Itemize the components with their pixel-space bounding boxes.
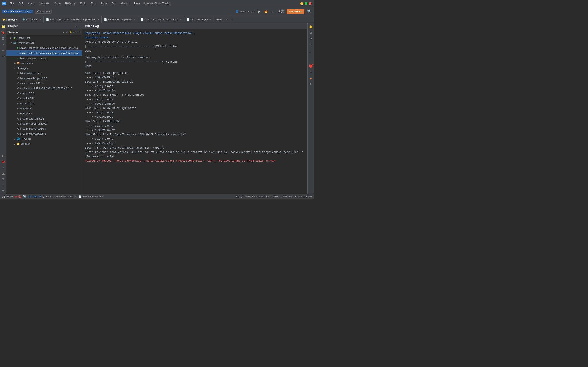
status-branch-icon[interactable]: ⎇ (2, 195, 5, 198)
nginx-conf-close[interactable]: ✕ (180, 18, 182, 21)
tree-item-mongo[interactable]: mongo:5.0.5 (6, 91, 82, 96)
tree-item-sha3[interactable]: sha256:be0c071dd7d6 (6, 126, 82, 131)
tree-item-nacos-selected[interactable]: nacos Dockerfile: ruoyi-visual/ruoyi-nac… (6, 50, 82, 56)
r-icon-layout[interactable]: ⊞ (308, 30, 313, 35)
tree-item-mysql[interactable]: mysql:8.0.29 (6, 96, 82, 101)
tree-item-images[interactable]: ▼ 🖼 Images (6, 66, 82, 71)
s-icon-add[interactable]: + (75, 31, 77, 34)
sidebar-icon-project[interactable]: 📁 (0, 24, 6, 29)
tab-project[interactable]: 📁 Project ▾ (0, 16, 20, 23)
menu-huawei[interactable]: Huawei Cloud Toolkit (143, 1, 172, 6)
r-icon-list[interactable]: ≡ (308, 81, 313, 87)
status-google-icon[interactable]: G (43, 195, 44, 198)
sidebar-icon-cloud[interactable]: ☁ (0, 171, 6, 176)
sidebar-icon-refactor[interactable]: ✏ (0, 48, 6, 53)
tree-item-zookeeper[interactable]: bitnami/zookeeper:3.8.0 (6, 76, 82, 81)
rem-close[interactable]: ✕ (225, 18, 227, 21)
r-icon-cloud-orange[interactable]: ☁ (308, 75, 313, 81)
tree-item-springboot[interactable]: ▶ 🍃 Spring Boot (6, 35, 82, 40)
start-exam-button[interactable]: Start Exam (287, 9, 304, 14)
tree-item-nacos-done[interactable]: nacos Dockerfile: ruoyi-visual/ruoyi-nac… (6, 45, 82, 50)
menu-edit[interactable]: Edit (17, 1, 25, 6)
sidebar-icon-bookmark[interactable]: 🔖 (0, 30, 6, 35)
tree-item-elasticsearch[interactable]: elasticsearch:7.17.2 (6, 81, 82, 86)
sidebar-icon-run[interactable]: ▶ (0, 153, 6, 158)
tab-dockerfile[interactable]: 🐳 Dockerfile ✕ (20, 16, 44, 23)
menu-help[interactable]: Help (132, 1, 142, 6)
close-button[interactable] (309, 2, 311, 5)
tree-item-nginx[interactable]: nginx:1.21.6 (6, 101, 82, 106)
tree-item-minio[interactable]: minio/minio:RELEASE.2022-05-26T05-48-41Z (6, 86, 82, 91)
status-no-wifi[interactable]: 📵 (18, 195, 22, 198)
menu-tools[interactable]: Tools (99, 1, 109, 6)
menu-refactor[interactable]: Refactor (63, 1, 78, 6)
ph-icon-collapse[interactable]: _ (78, 25, 80, 28)
maximize-button[interactable] (304, 2, 307, 5)
status-network[interactable]: 📡 (23, 195, 26, 198)
sidebar-icon-git[interactable]: ⑂ (0, 42, 6, 47)
tree-item-sha1[interactable]: sha256:1595df8aa2ff (6, 116, 82, 121)
status-schema[interactable]: No JSON schema (294, 195, 312, 198)
status-charset[interactable]: UTF-8 (274, 195, 281, 198)
tree-item-kafka[interactable]: bitnami/kafka:3.2.0 (6, 71, 82, 76)
user-selector[interactable]: 👤 ruoyi-nacos ▾ (235, 10, 255, 13)
menu-window[interactable]: Window (118, 1, 131, 6)
tree-item-sha2[interactable]: sha256:4081180929007 (6, 121, 82, 126)
datasource-close[interactable]: ✕ (210, 18, 212, 21)
menu-view[interactable]: View (26, 1, 36, 6)
status-indent[interactable]: 2 spaces (283, 195, 292, 198)
tab-app-properties[interactable]: 📄 application.properties ✕ (102, 16, 138, 23)
tree-item-docker-compose[interactable]: Docker-compose: docker (6, 56, 82, 60)
build-log-content[interactable]: Deploying 'nacos Dockerfile: ruoyi-visua… (82, 29, 307, 194)
s-icon-up[interactable]: ▲ (62, 31, 65, 34)
menu-build[interactable]: Build (78, 1, 88, 6)
branch-selector[interactable]: ⎇ master ▾ (35, 9, 52, 14)
s-icon-filter[interactable]: ⚡ (69, 31, 72, 34)
sidebar-icon-mail[interactable]: ✉ (0, 177, 6, 182)
s-icon-more[interactable]: ⋯ (78, 31, 80, 34)
status-crlf[interactable]: CRLF (266, 195, 272, 198)
translate-icon[interactable]: A文 (277, 9, 285, 14)
r-icon-sync[interactable]: ⟳ (308, 69, 313, 75)
r-icon-settings-panel[interactable]: ⚙ (308, 36, 313, 41)
ph-icon-settings[interactable]: ⚙ (75, 25, 78, 28)
minimize-button[interactable] (300, 2, 303, 5)
sidebar-icon-structure[interactable]: ☰ (0, 36, 6, 41)
tab-docker-compose[interactable]: 📄 <192.168.1.16> \...\docker-compose.yml… (44, 16, 102, 23)
more-button[interactable]: ⋯ (271, 9, 276, 14)
menu-file[interactable]: File (8, 1, 16, 6)
tab-rem[interactable]: Rem... ✕ (214, 16, 230, 23)
docker-compose-close[interactable]: ✕ (97, 18, 99, 21)
r-icon-notifications[interactable]: 🔔 (308, 24, 313, 29)
tree-item-docker2023518[interactable]: ▼ 🐳 Docker2023518 (6, 40, 82, 45)
menu-navigate[interactable]: Navigate (37, 1, 51, 6)
tree-item-redis[interactable]: redis:6.2.7 (6, 111, 82, 116)
r-icon-panel-toggle[interactable]: ⋮ (308, 42, 313, 47)
sidebar-icon-settings[interactable]: ⚙ (0, 189, 6, 194)
r-icon-alert[interactable]: 🔴 (308, 63, 313, 69)
s-icon-down[interactable]: ▼ (65, 31, 68, 34)
dockerfile-close[interactable]: ✕ (39, 18, 41, 21)
tree-item-openjdk[interactable]: openjdk:11 (6, 106, 82, 111)
menu-run[interactable]: Run (89, 1, 98, 6)
sidebar-icon-tiktok[interactable]: ♪ (0, 165, 6, 170)
app-properties-close[interactable]: ✕ (134, 18, 136, 21)
tab-datasource[interactable]: 📄 datasource.yml ✕ (184, 16, 214, 23)
sidebar-icon-info[interactable]: ℹ (0, 183, 6, 188)
tree-item-containers[interactable]: ▶ 📦 Containers (6, 60, 82, 66)
run-button[interactable]: ▶ (257, 9, 261, 14)
tree-item-volumes[interactable]: ▶ 📁 Volumes (6, 141, 82, 146)
sidebar-icon-more[interactable]: ⋯ (0, 54, 6, 59)
tree-item-networks[interactable]: ▶ 🌐 Networks (6, 136, 82, 141)
search-icon[interactable]: 🔍 (306, 9, 312, 14)
r-icon-minimize-panel[interactable]: _ (308, 48, 313, 53)
app-brand[interactable]: RuoYi-Cloud-PlusA_1_5 (2, 10, 33, 13)
s-icon-sort[interactable]: ↕ (73, 31, 74, 34)
debug-button[interactable]: 🔥 (263, 9, 269, 14)
sidebar-icon-debug[interactable]: 🐞 (0, 159, 6, 164)
tab-nginx-conf[interactable]: 📄 <192.168.1.16> \...\nginx.conf ✕ (138, 16, 184, 23)
menu-git[interactable]: Git (110, 1, 117, 6)
tree-item-sha4[interactable]: sha256:eca0c2bdad4a (6, 131, 82, 136)
tabs-overflow-button[interactable]: ▾ (230, 16, 234, 23)
menu-code[interactable]: Code (52, 1, 62, 6)
